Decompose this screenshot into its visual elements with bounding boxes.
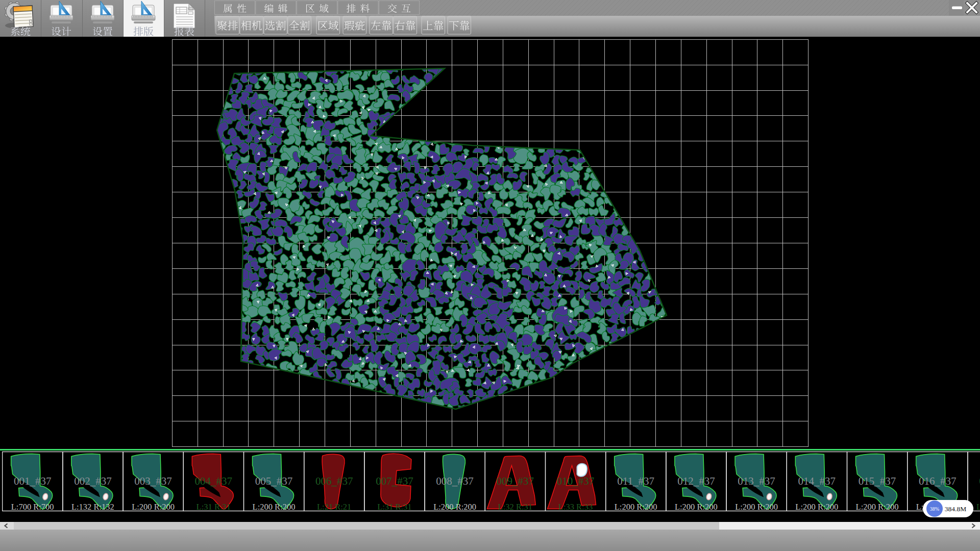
svg-text:006_#37: 006_#37 — [315, 475, 353, 487]
svg-text:L:200 R:200: L:200 R:200 — [253, 502, 296, 512]
svg-text:011_#37: 011_#37 — [617, 475, 654, 487]
svg-text:009_#37: 009_#37 — [497, 475, 534, 487]
svg-text:L:132 R:132: L:132 R:132 — [71, 502, 114, 512]
svg-text:L:200 R:200: L:200 R:200 — [976, 502, 980, 512]
svg-text:L:21 R:21: L:21 R:21 — [317, 502, 351, 512]
svg-text:003_#37: 003_#37 — [134, 475, 172, 487]
svg-text:L:200 R:200: L:200 R:200 — [615, 502, 657, 512]
svg-text:015_#37: 015_#37 — [859, 475, 896, 487]
svg-text:014_#37: 014_#37 — [798, 475, 836, 487]
svg-text:012_#37: 012_#37 — [677, 475, 715, 487]
svg-text:L:31 R:31: L:31 R:31 — [197, 502, 231, 512]
svg-text:007_#37: 007_#37 — [376, 475, 413, 487]
svg-text:L:200 R:200: L:200 R:200 — [735, 502, 778, 512]
svg-text:384.8M: 384.8M — [945, 505, 966, 513]
svg-text:L:700 R:700: L:700 R:700 — [11, 502, 54, 512]
svg-text:L:200 R:200: L:200 R:200 — [795, 502, 838, 512]
svg-text:38%: 38% — [930, 506, 939, 512]
svg-text:008_#37: 008_#37 — [436, 475, 474, 487]
svg-text:013_#37: 013_#37 — [738, 475, 775, 487]
svg-text:L:33 R:33: L:33 R:33 — [558, 502, 593, 512]
svg-text:L:200 R:200: L:200 R:200 — [132, 502, 175, 512]
svg-text:010_#37: 010_#37 — [557, 475, 595, 487]
svg-text:004_#37: 004_#37 — [195, 475, 233, 487]
svg-text:016_#37: 016_#37 — [919, 475, 957, 487]
svg-text:005_#37: 005_#37 — [255, 475, 293, 487]
svg-text:L:31 R:31: L:31 R:31 — [377, 502, 411, 512]
svg-text:L:200 R:200: L:200 R:200 — [433, 502, 476, 512]
svg-text:L:200 R:200: L:200 R:200 — [675, 502, 718, 512]
svg-text:L:200 R:200: L:200 R:200 — [856, 502, 899, 512]
svg-text:L:32 R:31: L:32 R:31 — [498, 502, 532, 512]
svg-text:002_#37: 002_#37 — [74, 475, 112, 487]
svg-text:001_#37: 001_#37 — [14, 475, 52, 487]
